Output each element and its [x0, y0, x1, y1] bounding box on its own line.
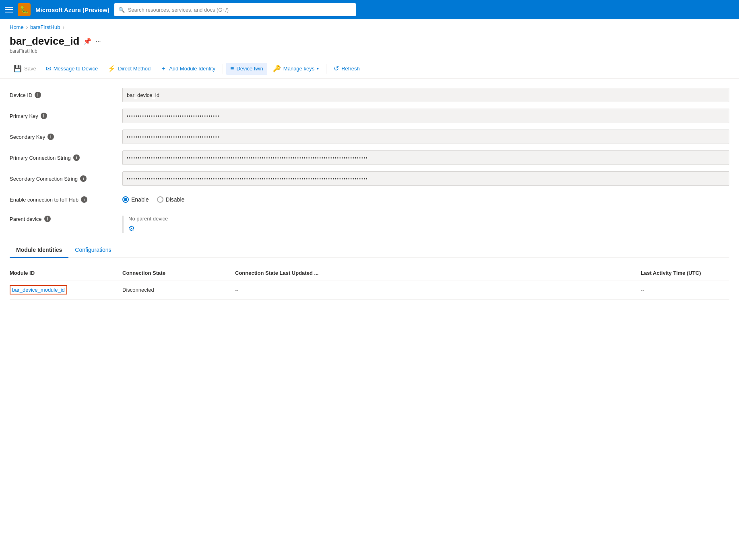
- enable-radio[interactable]: Enable: [122, 196, 149, 203]
- primary-conn-label: Primary Connection String i: [10, 154, 122, 161]
- add-module-identity-button[interactable]: ＋ Add Module Identity: [156, 62, 219, 75]
- save-icon: 💾: [14, 65, 22, 72]
- search-icon: 🔍: [118, 7, 125, 13]
- lightning-icon: ⚡: [107, 65, 116, 72]
- page-header: bar_device_id 📌 ··· barsFirstHub: [0, 32, 739, 59]
- parent-device-gear-icon[interactable]: ⚙: [128, 224, 168, 233]
- module-id-link[interactable]: bar_device_module_id: [10, 285, 67, 294]
- primary-conn-value: ••••••••••••••••••••••••••••••••••••••••…: [122, 150, 729, 165]
- col-header-conn-updated: Connection State Last Updated ...: [235, 270, 641, 276]
- more-options-icon[interactable]: ···: [95, 38, 101, 45]
- breadcrumb: Home › barsFirstHub ›: [0, 19, 739, 32]
- save-button[interactable]: 💾 Save: [10, 62, 40, 75]
- enable-radio-circle[interactable]: [122, 196, 129, 203]
- parent-device-info-icon[interactable]: i: [44, 216, 51, 222]
- secondary-conn-info-icon[interactable]: i: [80, 175, 87, 182]
- toolbar-divider2: [326, 64, 326, 74]
- cell-last-activity: --: [641, 287, 729, 293]
- azure-bug-icon: 🐛: [18, 3, 31, 16]
- secondary-key-info-icon[interactable]: i: [47, 134, 54, 140]
- main-content: Device ID i bar_device_id Primary Key i …: [0, 79, 739, 308]
- refresh-icon: ↺: [334, 65, 339, 72]
- enable-conn-info-icon[interactable]: i: [81, 196, 87, 203]
- device-id-row: Device ID i bar_device_id: [10, 87, 729, 103]
- direct-method-button[interactable]: ⚡ Direct Method: [103, 62, 155, 75]
- manage-keys-button[interactable]: 🔑 Manage keys ▾: [269, 62, 323, 75]
- device-twin-button[interactable]: ≡ Device twin: [226, 63, 267, 75]
- table-row: bar_device_module_id Disconnected -- --: [10, 280, 729, 300]
- device-id-info-icon[interactable]: i: [35, 92, 41, 98]
- key-icon: 🔑: [273, 65, 281, 72]
- secondary-key-row: Secondary Key i ••••••••••••••••••••••••…: [10, 129, 729, 145]
- no-parent-device-text: No parent device: [128, 216, 168, 222]
- tabs-section: Module Identities Configurations: [10, 243, 729, 258]
- primary-conn-info-icon[interactable]: i: [73, 154, 80, 161]
- module-table: Module ID Connection State Connection St…: [10, 266, 729, 300]
- message-to-device-button[interactable]: ✉ Message to Device: [42, 62, 102, 75]
- col-header-conn-state: Connection State: [122, 270, 235, 276]
- pin-icon[interactable]: 📌: [83, 37, 91, 45]
- hamburger-menu[interactable]: [5, 7, 13, 12]
- search-bar[interactable]: 🔍 Search resources, services, and docs (…: [114, 3, 356, 16]
- breadcrumb-sep1: ›: [26, 24, 28, 30]
- disable-radio-circle[interactable]: [157, 196, 163, 203]
- enable-conn-radio-group: Enable Disable: [122, 196, 184, 203]
- primary-key-info-icon[interactable]: i: [41, 113, 47, 119]
- secondary-key-value: ••••••••••••••••••••••••••••••••••••••••…: [122, 130, 729, 144]
- parent-device-value: No parent device ⚙: [122, 216, 168, 233]
- top-nav-bar: 🐛 Microsoft Azure (Preview) 🔍 Search res…: [0, 0, 739, 19]
- primary-conn-row: Primary Connection String i ••••••••••••…: [10, 150, 729, 166]
- col-header-last-activity: Last Activity Time (UTC): [641, 270, 729, 276]
- toolbar: 💾 Save ✉ Message to Device ⚡ Direct Meth…: [0, 59, 739, 79]
- col-header-module-id: Module ID: [10, 270, 122, 276]
- cell-conn-updated: --: [235, 287, 641, 293]
- parent-device-label: Parent device i: [10, 216, 122, 222]
- parent-device-row: Parent device i No parent device ⚙: [10, 212, 729, 233]
- primary-key-label: Primary Key i: [10, 113, 122, 119]
- breadcrumb-sep2: ›: [62, 24, 64, 30]
- primary-key-value: ••••••••••••••••••••••••••••••••••••••••…: [122, 109, 729, 123]
- table-header: Module ID Connection State Connection St…: [10, 266, 729, 280]
- message-icon: ✉: [46, 65, 51, 72]
- plus-icon: ＋: [160, 64, 167, 73]
- cell-conn-state: Disconnected: [122, 287, 235, 293]
- device-id-label: Device ID i: [10, 92, 122, 98]
- secondary-conn-value: ••••••••••••••••••••••••••••••••••••••••…: [122, 171, 729, 186]
- toolbar-divider1: [223, 64, 223, 74]
- breadcrumb-hub[interactable]: barsFirstHub: [30, 24, 60, 30]
- refresh-button[interactable]: ↺ Refresh: [330, 62, 364, 75]
- search-placeholder: Search resources, services, and docs (G+…: [128, 7, 229, 13]
- tab-configurations[interactable]: Configurations: [68, 243, 118, 258]
- secondary-conn-row: Secondary Connection String i ••••••••••…: [10, 171, 729, 187]
- dropdown-chevron-icon: ▾: [317, 66, 319, 71]
- primary-key-row: Primary Key i ••••••••••••••••••••••••••…: [10, 108, 729, 124]
- disable-radio[interactable]: Disable: [157, 196, 185, 203]
- app-title: Microsoft Azure (Preview): [35, 6, 109, 13]
- secondary-conn-label: Secondary Connection String i: [10, 175, 122, 182]
- page-title: bar_device_id: [10, 35, 79, 47]
- breadcrumb-home[interactable]: Home: [10, 24, 24, 30]
- list-icon: ≡: [230, 65, 234, 72]
- device-id-value: bar_device_id: [122, 88, 729, 102]
- page-subtitle: barsFirstHub: [10, 48, 729, 54]
- tab-module-identities[interactable]: Module Identities: [10, 243, 68, 258]
- enable-conn-row: Enable connection to IoT Hub i Enable Di…: [10, 191, 729, 208]
- enable-conn-label: Enable connection to IoT Hub i: [10, 196, 122, 203]
- secondary-key-label: Secondary Key i: [10, 134, 122, 140]
- cell-module-id: bar_device_module_id: [10, 285, 122, 294]
